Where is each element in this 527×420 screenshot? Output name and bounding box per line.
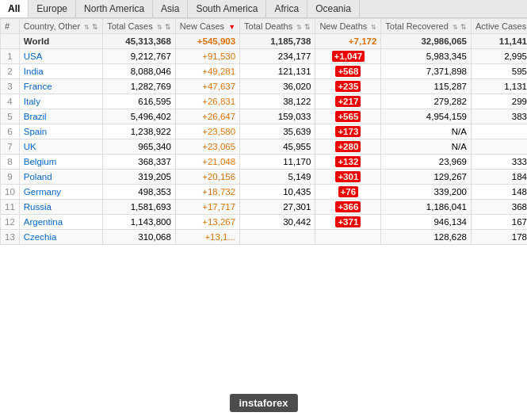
row-total-cases: 1,282,769 [103,79,176,94]
row-new-cases: +26,647 [175,109,239,124]
row-total-cases: 5,496,402 [103,109,176,124]
row-total-deaths: 27,301 [240,200,315,215]
world-new-cases: +545,903 [175,34,239,49]
col-country[interactable]: Country, Other ⇅ [19,19,102,34]
country-link[interactable]: Brazil [24,112,47,121]
row-total-recovered: 128,628 [381,230,472,245]
table-row: 2 India 8,088,046 +49,281 121,131 +568 7… [1,64,528,79]
row-country[interactable]: Czechia [19,230,102,245]
tab-africa[interactable]: Africa [266,0,307,17]
tab-all[interactable]: All [0,0,29,17]
country-link[interactable]: Poland [24,172,52,181]
world-total-deaths: 1,185,738 [240,34,315,49]
row-num: 10 [1,185,20,200]
row-country[interactable]: UK [19,139,102,155]
row-new-cases: +13,1... [175,230,239,245]
row-new-deaths: +280 [315,139,381,155]
row-total-cases: 965,340 [103,139,176,155]
table-row: 4 Italy 616,595 +26,831 38,122 +217 279,… [1,94,528,109]
row-new-deaths: +371 [315,215,381,230]
country-link[interactable]: Belgium [24,157,57,166]
new-deaths-badge: +1,047 [332,51,365,62]
row-num: 3 [1,79,20,94]
table-row: 10 Germany 498,353 +18,732 10,435 +76 33… [1,185,528,200]
col-total-recovered[interactable]: Total Recovered ⇅ [381,19,472,34]
row-total-cases: 498,353 [103,185,176,200]
country-link[interactable]: Czechia [24,232,57,242]
table-row: 3 France 1,282,769 +47,637 36,020 +235 1… [1,79,528,94]
row-country[interactable]: Belgium [19,155,102,170]
new-deaths-badge: +76 [338,186,359,197]
row-total-deaths: 36,020 [240,79,315,94]
row-new-deaths: +132 [315,155,381,170]
row-new-deaths [315,230,381,245]
country-link[interactable]: Spain [24,127,47,136]
row-total-recovered: 1,186,041 [381,200,472,215]
row-country[interactable]: Germany [19,185,102,200]
table-header: # Country, Other ⇅ Total Cases ⇅ New Cas… [1,19,528,34]
row-country[interactable]: France [19,79,102,94]
row-num: 13 [1,230,20,245]
sort-icon-5: ⇅ [453,24,458,31]
country-link[interactable]: Russia [24,202,52,212]
tab-asia[interactable]: Asia [153,0,188,17]
row-num: 2 [1,64,20,79]
new-deaths-badge: +280 [335,141,361,152]
col-total-cases[interactable]: Total Cases ⇅ [103,19,176,34]
country-link[interactable]: UK [24,142,36,151]
new-deaths-badge: +371 [335,216,361,227]
row-total-cases: 9,212,767 [103,49,176,64]
row-total-cases: 1,238,922 [103,124,176,139]
row-country[interactable]: Argentina [19,215,102,230]
row-total-recovered: 5,983,345 [381,49,472,64]
col-new-cases[interactable]: New Cases ▼ [175,19,239,34]
tab-oceania[interactable]: Oceania [307,0,360,17]
country-link[interactable]: Argentina [24,217,63,227]
row-num: 1 [1,49,20,64]
new-deaths-badge: +565 [335,111,361,122]
row-total-recovered: 129,267 [381,170,472,185]
tab-europe[interactable]: Europe [29,0,76,17]
world-num [1,34,20,49]
row-total-deaths: 30,442 [240,215,315,230]
table-row: 6 Spain 1,238,922 +23,580 35,639 +173 N/… [1,124,528,139]
row-active-cases: 167,224 [471,215,527,230]
row-new-deaths: +301 [315,170,381,185]
row-country[interactable]: Brazil [19,109,102,124]
row-active-cases: 333,198 [471,155,527,170]
row-total-deaths: 45,955 [240,139,315,155]
row-total-cases: 368,337 [103,155,176,170]
tab-north-america[interactable]: North America [76,0,153,17]
row-total-recovered: 7,371,898 [381,64,472,79]
row-total-deaths: 35,639 [240,124,315,139]
country-link[interactable]: France [24,82,52,91]
row-country[interactable]: Poland [19,170,102,185]
country-link[interactable]: India [24,67,44,76]
region-tabs: AllEuropeNorth AmericaAsiaSouth AmericaA… [0,0,527,18]
tab-south-america[interactable]: South America [188,0,266,17]
row-total-deaths [240,230,315,245]
row-country[interactable]: Italy [19,94,102,109]
col-total-deaths[interactable]: Total Deaths ⇅ [240,19,315,34]
row-total-deaths: 234,177 [240,49,315,64]
row-new-deaths: +366 [315,200,381,215]
col-active-cases[interactable]: Active Cases ⇅ [471,19,527,34]
world-row: World 45,313,368 +545,903 1,185,738 +7,1… [1,34,528,49]
country-link[interactable]: Germany [24,187,61,197]
row-new-cases: +47,637 [175,79,239,94]
country-link[interactable]: USA [24,52,43,61]
row-total-recovered: 4,954,159 [381,109,472,124]
row-num: 11 [1,200,20,215]
new-deaths-badge: +217 [335,96,361,107]
row-total-recovered: 279,282 [381,94,472,109]
row-country[interactable]: India [19,64,102,79]
covid-table: # Country, Other ⇅ Total Cases ⇅ New Cas… [0,18,527,245]
row-country[interactable]: USA [19,49,102,64]
row-country[interactable]: Russia [19,200,102,215]
row-country[interactable]: Spain [19,124,102,139]
country-link[interactable]: Italy [24,97,40,106]
row-new-cases: +49,281 [175,64,239,79]
col-new-deaths[interactable]: New Deaths ⇅ [315,19,381,34]
table-row: 8 Belgium 368,337 +21,048 11,170 +132 23… [1,155,528,170]
row-total-recovered: 23,969 [381,155,472,170]
